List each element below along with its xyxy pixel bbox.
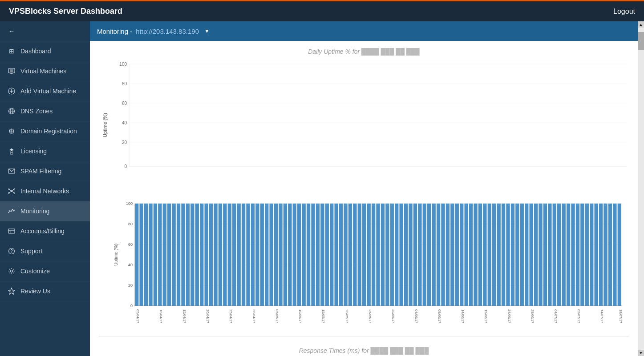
svg-text:40: 40 — [122, 120, 127, 125]
svg-text:29/06/17: 29/06/17 — [531, 309, 535, 324]
scroll-up-button[interactable]: ▲ — [638, 21, 644, 28]
svg-text:80: 80 — [128, 222, 133, 226]
customize-icon — [7, 267, 16, 276]
svg-rect-143 — [455, 204, 459, 306]
sidebar-item-back[interactable]: ← — [0, 21, 90, 41]
svg-rect-86 — [232, 204, 236, 306]
sidebar-item-customize[interactable]: Customize — [0, 261, 90, 281]
sidebar-item-domain-registration[interactable]: Domain Registration — [0, 121, 90, 141]
svg-rect-104 — [302, 204, 305, 306]
svg-rect-142 — [450, 204, 454, 306]
svg-rect-183 — [608, 204, 612, 306]
logout-button[interactable]: Logout — [613, 8, 635, 16]
svg-text:09/07/17: 09/07/17 — [577, 309, 581, 324]
sidebar-label-licensing: Licensing — [20, 148, 47, 155]
dropdown-arrow-icon[interactable]: ▼ — [204, 28, 210, 34]
svg-text:15/04/17: 15/04/17 — [182, 309, 186, 324]
svg-text:25/05/17: 25/05/17 — [368, 309, 372, 324]
vertical-scrollbar[interactable]: ▲ ▼ — [638, 21, 644, 356]
svg-rect-168 — [553, 204, 556, 306]
svg-rect-170 — [557, 204, 561, 306]
sidebar-label-vm: Virtual Machines — [20, 68, 66, 75]
vm-icon — [7, 67, 16, 76]
uptime-svg-container: 100 80 60 40 20 0 /* bars — [111, 60, 629, 190]
svg-rect-60 — [135, 204, 138, 306]
svg-text:25/04/17: 25/04/17 — [229, 309, 233, 324]
svg-rect-98 — [279, 204, 282, 306]
svg-rect-24 — [8, 229, 15, 233]
svg-rect-76 — [195, 204, 199, 306]
scroll-down-button[interactable]: ▼ — [638, 350, 644, 356]
svg-rect-130 — [404, 204, 408, 306]
svg-text:100: 100 — [126, 201, 133, 206]
svg-rect-69 — [167, 204, 171, 306]
svg-rect-149 — [478, 204, 482, 306]
svg-rect-180 — [599, 204, 603, 306]
svg-line-23 — [12, 191, 14, 193]
sidebar-item-spam[interactable]: SPAM Filtering — [0, 161, 90, 181]
svg-rect-156 — [506, 204, 510, 306]
svg-rect-155 — [502, 204, 505, 306]
svg-text:?: ? — [10, 249, 13, 254]
spam-icon — [7, 167, 16, 176]
svg-rect-68 — [163, 204, 166, 306]
scroll-thumb[interactable] — [638, 32, 644, 50]
sidebar-item-internal-networks[interactable]: Internal Networks — [0, 181, 90, 201]
sidebar-label-billing: Accounts/Billing — [20, 228, 65, 235]
sidebar-item-billing[interactable]: Accounts/Billing — [0, 221, 90, 241]
svg-rect-90 — [251, 204, 255, 306]
licensing-icon — [7, 147, 16, 156]
svg-rect-77 — [200, 204, 203, 306]
svg-rect-141 — [446, 204, 450, 306]
svg-text:14/06/17: 14/06/17 — [461, 309, 465, 324]
svg-text:30/05/17: 30/05/17 — [391, 309, 395, 324]
svg-text:60: 60 — [122, 101, 127, 106]
svg-text:10/05/17: 10/05/17 — [298, 309, 302, 324]
svg-text:05/04/17: 05/04/17 — [136, 309, 140, 324]
svg-rect-134 — [418, 204, 421, 306]
svg-rect-178 — [590, 204, 593, 306]
svg-rect-182 — [603, 204, 607, 306]
sidebar-item-licensing[interactable]: Licensing — [0, 141, 90, 161]
svg-rect-126 — [390, 204, 394, 306]
svg-text:04/07/17: 04/07/17 — [554, 309, 558, 324]
svg-rect-111 — [330, 204, 333, 306]
sidebar-item-dns[interactable]: DNS Zones — [0, 101, 90, 121]
sidebar-item-monitoring[interactable]: Monitoring — [0, 201, 90, 221]
svg-rect-132 — [413, 204, 417, 306]
svg-rect-81 — [214, 204, 217, 306]
sidebar-item-virtual-machines[interactable]: Virtual Machines — [0, 61, 90, 81]
svg-rect-171 — [562, 204, 565, 306]
dns-icon — [7, 107, 16, 116]
svg-text:20/04/17: 20/04/17 — [206, 309, 210, 324]
sidebar-label-networks: Internal Networks — [20, 188, 69, 195]
sidebar-item-dashboard[interactable]: ⊞ Dashboard — [0, 41, 90, 61]
svg-text:14/07/17: 14/07/17 — [600, 309, 604, 324]
svg-rect-96 — [274, 204, 278, 306]
svg-rect-106 — [311, 204, 315, 306]
sidebar-label-customize: Customize — [20, 268, 50, 275]
sidebar-label-review: Review Us — [20, 288, 50, 295]
svg-rect-83 — [223, 204, 227, 306]
svg-rect-99 — [284, 204, 287, 306]
svg-rect-92 — [255, 204, 259, 306]
svg-rect-63 — [144, 204, 148, 306]
sub-header-label: Monitoring - — [97, 28, 132, 35]
svg-rect-165 — [539, 204, 542, 306]
svg-rect-110 — [325, 204, 329, 306]
networks-icon — [7, 187, 16, 196]
response-chart-container: Response Times (ms) for ████ ███ ██ ███ … — [90, 340, 638, 356]
sidebar-label-add-vm: Add Virtual Machine — [20, 88, 76, 95]
svg-rect-13 — [10, 152, 13, 154]
svg-rect-94 — [265, 204, 268, 306]
uptime-y-label: Uptime (%) — [99, 60, 111, 190]
svg-text:20/05/17: 20/05/17 — [345, 309, 349, 324]
sidebar-item-support[interactable]: ? Support — [0, 241, 90, 261]
svg-rect-137 — [432, 204, 435, 306]
sidebar-item-add-vm[interactable]: Add Virtual Machine — [0, 81, 90, 101]
sidebar-item-review[interactable]: Review Us — [0, 281, 90, 301]
svg-rect-101 — [293, 204, 296, 306]
support-icon: ? — [7, 247, 16, 256]
sidebar-label-support: Support — [20, 248, 42, 255]
monitoring-icon — [7, 207, 16, 216]
